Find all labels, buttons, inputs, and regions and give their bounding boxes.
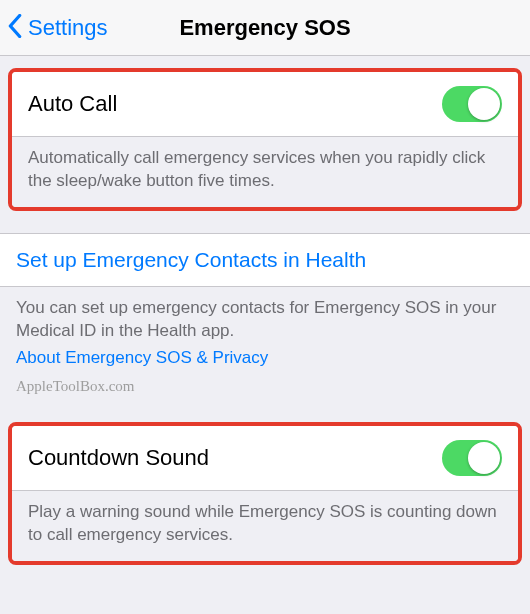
setup-contacts-link: Set up Emergency Contacts in Health [16,248,366,271]
auto-call-description: Automatically call emergency services wh… [12,137,518,207]
contacts-description-block: You can set up emergency contacts for Em… [0,287,530,410]
back-button[interactable]: Settings [0,14,108,42]
countdown-label: Countdown Sound [28,445,209,471]
auto-call-toggle[interactable] [442,86,502,122]
countdown-description: Play a warning sound while Emergency SOS… [12,491,518,561]
highlight-auto-call: Auto Call Automatically call emergency s… [8,68,522,211]
auto-call-label: Auto Call [28,91,117,117]
contacts-description: You can set up emergency contacts for Em… [16,298,496,340]
back-label: Settings [28,15,108,41]
navbar: Settings Emergency SOS [0,0,530,56]
countdown-toggle[interactable] [442,440,502,476]
countdown-row[interactable]: Countdown Sound [12,426,518,491]
auto-call-row[interactable]: Auto Call [12,72,518,137]
highlight-countdown: Countdown Sound Play a warning sound whi… [8,422,522,565]
setup-contacts-row[interactable]: Set up Emergency Contacts in Health [0,233,530,287]
chevron-left-icon [8,14,26,42]
watermark: AppleToolBox.com [16,376,514,396]
privacy-link[interactable]: About Emergency SOS & Privacy [16,347,514,370]
